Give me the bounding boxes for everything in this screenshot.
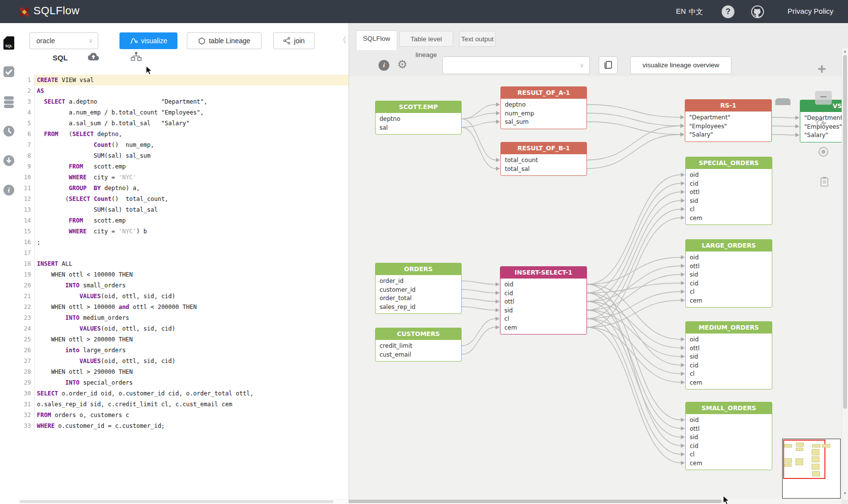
language-zh-link[interactable]: 中文 bbox=[689, 7, 703, 17]
language-en-link[interactable]: EN bbox=[676, 7, 686, 15]
table-field[interactable]: credit_limit bbox=[376, 342, 461, 351]
table-field[interactable]: cem bbox=[686, 214, 772, 223]
table-field[interactable]: cid bbox=[686, 180, 772, 189]
table-field[interactable]: deptno bbox=[376, 115, 461, 124]
settings-gear-icon[interactable]: ⚙ bbox=[397, 58, 408, 71]
table-field[interactable]: cid bbox=[500, 289, 586, 298]
table-field[interactable]: ottl bbox=[686, 262, 772, 271]
table-header[interactable]: SCOTT.EMP bbox=[376, 101, 461, 113]
vertical-scrollbar[interactable]: ▲▼ bbox=[842, 48, 848, 500]
table-field[interactable]: ottl bbox=[500, 298, 586, 307]
lineage-table-RESULT_OF_A-1[interactable]: RESULT_OF_A-1deptnonum_empsal_sum bbox=[500, 86, 587, 129]
table-field[interactable]: sid bbox=[686, 271, 772, 280]
node-drag-handle[interactable] bbox=[775, 98, 790, 105]
lineage-table-SPECIAL_ORDERS[interactable]: SPECIAL_ORDERSoidcidottlsidclcem bbox=[685, 157, 772, 225]
table-header[interactable]: RESULT_OF_A-1 bbox=[501, 87, 586, 99]
horizontal-scrollbar-thumb[interactable] bbox=[339, 500, 722, 503]
table-field[interactable]: sal bbox=[376, 124, 461, 133]
table-field[interactable]: order_total bbox=[376, 294, 461, 303]
table-field[interactable]: oid bbox=[686, 253, 772, 262]
center-view-icon[interactable] bbox=[819, 147, 828, 157]
table-field[interactable]: ottl bbox=[686, 344, 772, 353]
table-header[interactable]: SPECIAL_ORDERS bbox=[686, 157, 772, 169]
sql-document-icon[interactable]: SQL bbox=[3, 36, 14, 50]
editor-scrollbar-thumb[interactable] bbox=[20, 500, 333, 503]
table-header[interactable]: RS-1 bbox=[685, 100, 771, 112]
lineage-table-RESULT_OF_B-1[interactable]: RESULT_OF_B-1total_counttotal_sal bbox=[500, 142, 587, 176]
table-field[interactable]: oid bbox=[500, 280, 586, 289]
privacy-policy-link[interactable]: Privacy Policy bbox=[788, 7, 833, 15]
table-header[interactable]: SMALL_ORDERS bbox=[686, 402, 772, 414]
reset-view-icon[interactable]: ⟳ bbox=[816, 116, 827, 132]
table-field[interactable]: total_sal bbox=[501, 165, 586, 174]
sql-code-area[interactable]: 1CREATE VIEW vsal2AS3 SELECT a.deptno "D… bbox=[18, 75, 349, 431]
copy-button[interactable] bbox=[599, 56, 617, 74]
minimap[interactable] bbox=[782, 439, 841, 499]
table-header[interactable]: RESULT_OF_B-1 bbox=[501, 142, 586, 154]
table-header[interactable]: MEDIUM_ORDERS bbox=[686, 322, 772, 334]
lineage-table-SCOTT.EMP[interactable]: SCOTT.EMPdeptnosal bbox=[375, 101, 462, 135]
lineage-table-MEDIUM_ORDERS[interactable]: MEDIUM_ORDERSoidottlsidcidclcem bbox=[685, 321, 772, 390]
database-type-select[interactable]: oracle ∨ bbox=[29, 32, 98, 49]
upload-cloud-icon[interactable] bbox=[87, 52, 100, 63]
table-field[interactable]: cust_email bbox=[376, 351, 461, 360]
table-header[interactable]: LARGE_ORDERS bbox=[686, 240, 772, 252]
check-square-icon[interactable] bbox=[3, 66, 15, 79]
table-field[interactable]: "Employees" bbox=[685, 122, 771, 131]
visualize-lineage-overview-button[interactable]: visualize lineage overview bbox=[630, 56, 731, 74]
table-field[interactable]: deptno bbox=[501, 101, 586, 110]
table-field[interactable]: cid bbox=[686, 280, 772, 288]
table-field[interactable]: ottl bbox=[686, 425, 772, 434]
table-field[interactable]: cl bbox=[686, 370, 772, 379]
database-stack-icon[interactable] bbox=[3, 96, 15, 109]
table-field[interactable]: "Department" bbox=[685, 113, 771, 122]
github-icon[interactable] bbox=[751, 5, 764, 18]
table-field[interactable]: cid bbox=[686, 362, 772, 370]
horizontal-scrollbar[interactable]: ◄ bbox=[333, 499, 842, 504]
table-field[interactable]: total_count bbox=[501, 156, 586, 165]
table-field[interactable]: cem bbox=[686, 459, 772, 468]
lineage-table-ORDERS[interactable]: ORDERSorder_idcustomer_idorder_totalsale… bbox=[375, 263, 462, 314]
zoom-out-icon[interactable]: − bbox=[815, 91, 832, 105]
diagram-info-icon[interactable]: i bbox=[379, 60, 389, 71]
table-field[interactable]: sales_rep_id bbox=[376, 303, 461, 312]
lineage-target-select[interactable]: ∨ bbox=[442, 56, 590, 74]
table-header[interactable]: ORDERS bbox=[376, 263, 461, 275]
sitemap-icon[interactable] bbox=[130, 52, 142, 64]
lineage-table-SMALL_ORDERS[interactable]: SMALL_ORDERSoidottlsidcidclcem bbox=[685, 402, 772, 470]
table-field[interactable]: "Salary" bbox=[800, 131, 842, 140]
tab-sqlflow[interactable]: SQLFlow bbox=[356, 30, 397, 50]
table-field[interactable]: cl bbox=[686, 288, 772, 297]
table-field[interactable]: cl bbox=[500, 315, 586, 324]
table-field[interactable]: sid bbox=[686, 197, 772, 206]
table-field[interactable]: cem bbox=[686, 297, 772, 306]
lineage-table-RS-1[interactable]: RS-1"Department""Employees""Salary" bbox=[685, 99, 772, 142]
table-field[interactable]: "Salary" bbox=[685, 131, 771, 140]
help-icon[interactable]: ? bbox=[722, 5, 734, 18]
lineage-table-LARGE_ORDERS[interactable]: LARGE_ORDERSoidottlsidcidclcem bbox=[685, 239, 772, 308]
vertical-scrollbar-thumb[interactable] bbox=[843, 55, 847, 409]
table-field[interactable]: cid bbox=[686, 442, 772, 451]
table-field[interactable]: sid bbox=[686, 433, 772, 442]
history-clock-icon[interactable] bbox=[3, 125, 15, 138]
table-field[interactable]: cl bbox=[686, 205, 772, 214]
table-lineage-button[interactable]: table Lineage bbox=[187, 32, 262, 49]
download-circle-icon[interactable] bbox=[3, 155, 15, 168]
table-field[interactable]: cem bbox=[500, 324, 586, 333]
table-header[interactable]: INSERT-SELECT-1 bbox=[500, 267, 586, 279]
info-circle-icon[interactable]: i bbox=[3, 184, 15, 197]
table-field[interactable]: ottl bbox=[686, 188, 772, 197]
sql-editor-tab[interactable]: SQL bbox=[53, 54, 68, 62]
tab-text-output[interactable]: Text output bbox=[459, 31, 496, 47]
table-header[interactable]: CUSTOMERS bbox=[376, 328, 461, 340]
lineage-table-INSERT-SELECT-1[interactable]: INSERT-SELECT-1oidcidottlsidclcem bbox=[500, 266, 587, 335]
lineage-canvas[interactable]: SCOTT.EMPdeptnosalRESULT_OF_A-1deptnonum… bbox=[349, 76, 842, 500]
table-field[interactable]: cl bbox=[686, 450, 772, 459]
editor-horizontal-scrollbar[interactable] bbox=[18, 500, 349, 504]
table-field[interactable]: cem bbox=[686, 379, 772, 388]
table-field[interactable]: sid bbox=[500, 307, 586, 315]
table-field[interactable]: oid bbox=[686, 336, 772, 344]
table-field[interactable]: sid bbox=[686, 353, 772, 362]
tab-table-level-lineage[interactable]: Table level lineage bbox=[399, 31, 453, 47]
visualize-button[interactable]: visualize bbox=[119, 32, 177, 49]
